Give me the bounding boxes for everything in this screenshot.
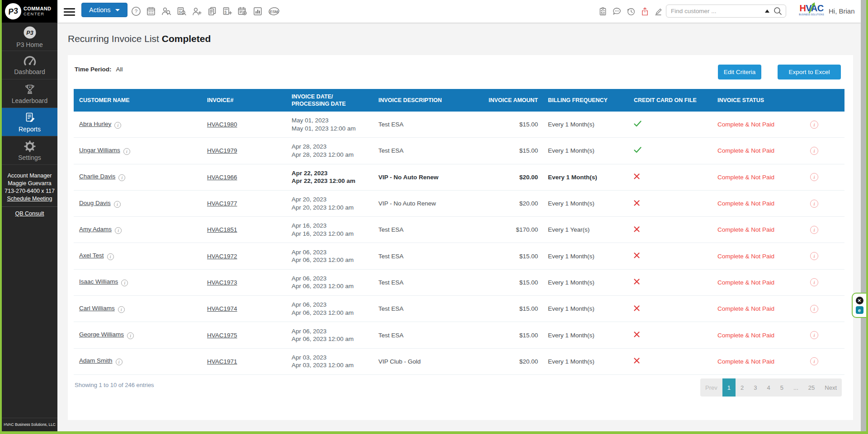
processing-date: Apr 28, 2023 12:00 am bbox=[292, 151, 373, 159]
customer-info-icon[interactable]: i bbox=[115, 227, 122, 234]
invoice-link[interactable]: HVAC1980 bbox=[207, 121, 237, 128]
sidebar-item-settings[interactable]: Settings bbox=[2, 136, 57, 165]
search-icon[interactable] bbox=[774, 7, 782, 15]
hamburger-menu-icon[interactable] bbox=[64, 8, 75, 18]
customer-link[interactable]: Isaac Williams bbox=[79, 278, 118, 285]
sidebar-item-reports[interactable]: Reports bbox=[2, 108, 57, 136]
schedule-add-icon[interactable] bbox=[237, 6, 248, 17]
invoice-link[interactable]: HVAC1966 bbox=[207, 174, 237, 181]
invoice-link[interactable]: HVAC1971 bbox=[207, 358, 237, 365]
page-next[interactable]: Next bbox=[820, 378, 842, 397]
checklist-icon[interactable] bbox=[598, 6, 608, 17]
col-credit-card-on-file[interactable]: CREDIT CARD ON FILE bbox=[628, 97, 712, 103]
invoice-search-icon[interactable]: $ bbox=[176, 6, 187, 17]
customer-link[interactable]: Ungar Williams bbox=[79, 147, 120, 154]
share-icon[interactable] bbox=[640, 6, 650, 17]
user-greeting[interactable]: Hi, Brian bbox=[829, 7, 855, 15]
status-info-icon[interactable]: i bbox=[810, 173, 818, 181]
esm-badge-icon[interactable]: ESM bbox=[267, 6, 281, 17]
sidebar-item-p3-home[interactable]: P3 P3 Home bbox=[2, 23, 57, 51]
edit-criteria-button[interactable]: Edit Criteria bbox=[718, 65, 761, 79]
status-info-icon[interactable]: i bbox=[810, 252, 818, 260]
copy-documents-icon[interactable] bbox=[207, 6, 217, 17]
history-icon[interactable] bbox=[626, 6, 636, 17]
invoice-amount: $20.00 bbox=[468, 174, 542, 181]
actions-button[interactable]: Actions bbox=[81, 3, 127, 17]
qb-consult-link[interactable]: QB Consult bbox=[2, 206, 57, 218]
logo-command: COMMAND bbox=[24, 6, 51, 11]
customer-info-icon[interactable]: i bbox=[121, 280, 128, 286]
col-invoice-status[interactable]: INVOICE STATUS bbox=[712, 97, 844, 103]
page-...[interactable]: ... bbox=[788, 378, 803, 397]
add-customer-icon[interactable] bbox=[191, 6, 203, 17]
customer-link[interactable]: Amy Adams bbox=[79, 226, 112, 233]
processing-date: Apr 06, 2023 12:00 am bbox=[292, 256, 373, 264]
collapse-arrow-icon[interactable] bbox=[765, 9, 769, 13]
sidebar-item-dashboard[interactable]: Dashboard bbox=[2, 51, 57, 79]
app-logo[interactable]: P3 COMMAND CENTER bbox=[2, 0, 57, 23]
schedule-meeting-link[interactable]: Schedule Meeting bbox=[2, 195, 57, 203]
calendar-icon[interactable] bbox=[146, 6, 156, 17]
invoice-status: Complete & Not Paid bbox=[717, 200, 774, 207]
status-info-icon[interactable]: i bbox=[810, 357, 818, 365]
page-25[interactable]: 25 bbox=[803, 378, 820, 397]
customer-info-icon[interactable]: i bbox=[114, 201, 121, 208]
col-customer-name[interactable]: CUSTOMER NAME bbox=[74, 97, 202, 103]
customer-link[interactable]: Carl Williams bbox=[79, 305, 115, 312]
customer-info-icon[interactable]: i bbox=[118, 174, 125, 181]
customer-link[interactable]: Adam Smith bbox=[79, 357, 113, 364]
invoice-link[interactable]: HVAC1972 bbox=[207, 253, 237, 260]
page-3[interactable]: 3 bbox=[749, 378, 762, 397]
col-invoice-amount[interactable]: INVOICE AMOUNT bbox=[468, 97, 542, 103]
customer-link[interactable]: Charlie Davis bbox=[79, 173, 115, 180]
page-1[interactable]: 1 bbox=[722, 378, 736, 397]
edit-icon[interactable] bbox=[654, 6, 664, 17]
card-on-file-cell bbox=[628, 305, 712, 313]
invoice-link[interactable]: HVAC1974 bbox=[207, 305, 237, 312]
invoice-description: Test ESA bbox=[373, 305, 468, 312]
status-info-icon[interactable]: i bbox=[810, 121, 818, 129]
page-prev[interactable]: Prev bbox=[700, 378, 722, 397]
customer-link[interactable]: Axel Test bbox=[79, 252, 104, 259]
customer-info-icon[interactable]: i bbox=[107, 253, 114, 260]
invoice-link[interactable]: HVAC1851 bbox=[207, 226, 237, 233]
status-info-icon[interactable]: i bbox=[810, 147, 818, 155]
page-4[interactable]: 4 bbox=[762, 378, 775, 397]
status-info-icon[interactable]: i bbox=[810, 305, 818, 313]
col-invoice-date[interactable]: INVOICE DATE/ PROCESSING DATE bbox=[286, 93, 373, 107]
col-invoice-number[interactable]: INVOICE# bbox=[202, 97, 286, 103]
page-2[interactable]: 2 bbox=[736, 378, 749, 397]
status-info-icon[interactable]: i bbox=[810, 331, 818, 339]
customer-link[interactable]: George Williams bbox=[79, 331, 124, 338]
chat-icon[interactable] bbox=[612, 6, 622, 17]
search-input[interactable] bbox=[671, 8, 765, 14]
add-invoice-icon[interactable]: $ bbox=[222, 6, 233, 17]
widget-close-icon[interactable]: ✕ bbox=[856, 297, 863, 304]
sidebar-item-leaderboard[interactable]: ★ Leaderboard bbox=[2, 79, 57, 108]
customer-link[interactable]: Doug Davis bbox=[79, 200, 111, 206]
col-billing-frequency[interactable]: BILLING FREQUENCY bbox=[542, 97, 628, 103]
hvac-business-solutions-logo[interactable]: HVAC BUSINESS SOLUTIONS bbox=[799, 4, 824, 16]
customer-info-icon[interactable]: i bbox=[118, 306, 125, 313]
customer-info-icon[interactable]: i bbox=[114, 122, 121, 129]
col-invoice-description[interactable]: INVOICE DESCRIPTION bbox=[373, 97, 468, 103]
page-5[interactable]: 5 bbox=[775, 378, 788, 397]
invoice-link[interactable]: HVAC1979 bbox=[207, 147, 237, 154]
help-icon[interactable]: ? bbox=[131, 6, 142, 17]
export-to-excel-button[interactable]: Export to Excel bbox=[778, 65, 841, 79]
status-info-icon[interactable]: i bbox=[810, 200, 818, 208]
vertical-scrollbar[interactable] bbox=[861, 0, 866, 431]
customer-link[interactable]: Abra Hurley bbox=[79, 121, 111, 127]
status-info-icon[interactable]: i bbox=[810, 226, 818, 234]
right-accent-border bbox=[866, 0, 868, 434]
widget-e-icon[interactable]: e bbox=[856, 306, 863, 314]
invoice-link[interactable]: HVAC1973 bbox=[207, 279, 237, 286]
invoice-link[interactable]: HVAC1977 bbox=[207, 200, 237, 207]
bar-chart-icon[interactable] bbox=[252, 6, 263, 17]
invoice-link[interactable]: HVAC1975 bbox=[207, 332, 237, 339]
customer-info-icon[interactable]: i bbox=[116, 359, 123, 365]
customer-search-icon[interactable] bbox=[160, 6, 172, 17]
status-info-icon[interactable]: i bbox=[810, 278, 818, 286]
customer-info-icon[interactable]: i bbox=[127, 332, 134, 339]
customer-info-icon[interactable]: i bbox=[123, 148, 130, 155]
